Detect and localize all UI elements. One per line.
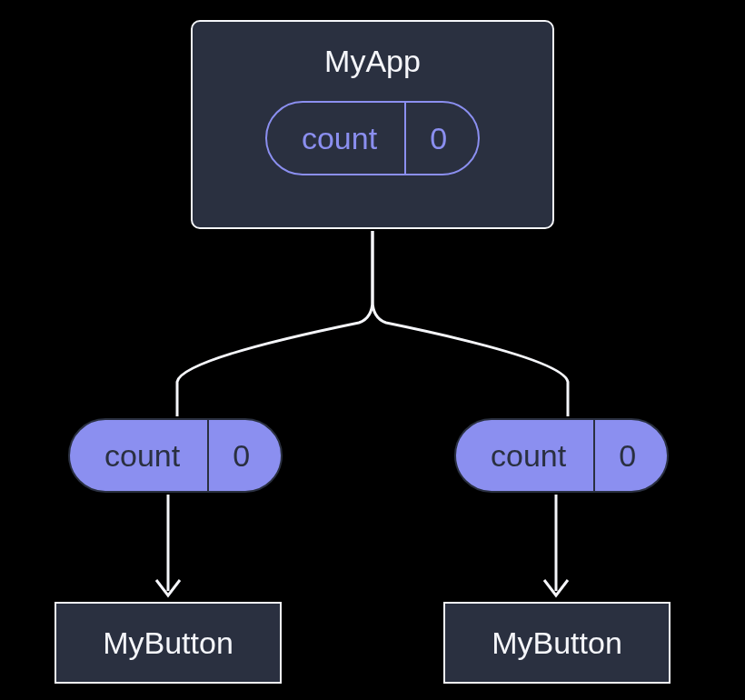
child-component-box-right: MyButton — [443, 602, 670, 684]
prop-label: count — [70, 420, 207, 491]
connector-left — [177, 231, 372, 416]
child-component-box-left: MyButton — [55, 602, 282, 684]
parent-state-pill: count 0 — [265, 101, 480, 175]
prop-value: 0 — [209, 420, 281, 491]
connector-right — [372, 231, 568, 416]
parent-component-title: MyApp — [324, 44, 421, 79]
prop-pill-right: count 0 — [454, 418, 669, 493]
prop-pill-left: count 0 — [68, 418, 283, 493]
component-tree-diagram: MyApp count 0 count 0 count 0 MyButton M… — [0, 0, 745, 700]
child-component-label: MyButton — [103, 625, 233, 661]
state-label: count — [267, 103, 404, 174]
state-value: 0 — [406, 103, 478, 174]
prop-label: count — [456, 420, 593, 491]
child-component-label: MyButton — [492, 625, 622, 661]
parent-component-box: MyApp count 0 — [191, 20, 554, 229]
arrow-left-head — [156, 580, 180, 595]
prop-value: 0 — [595, 420, 667, 491]
arrow-right-head — [544, 580, 568, 595]
